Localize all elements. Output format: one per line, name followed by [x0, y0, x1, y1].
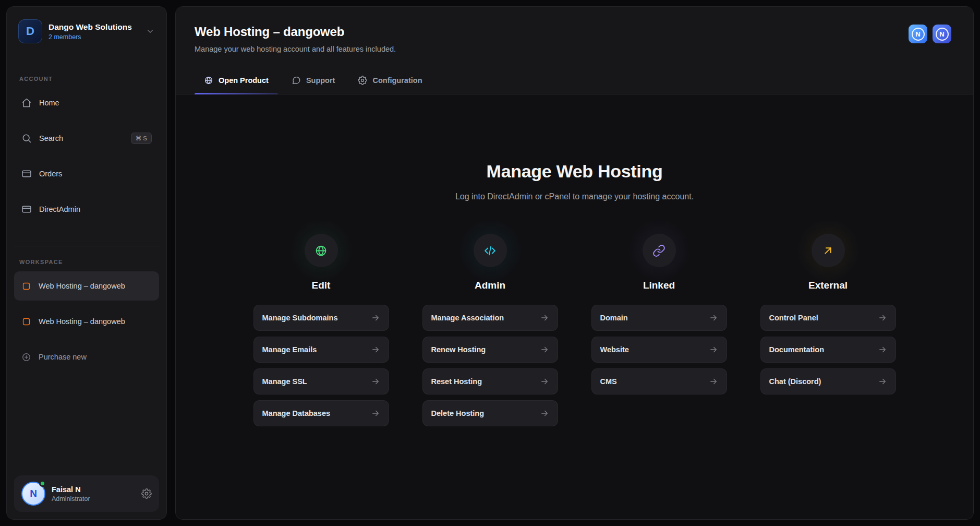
search-icon	[21, 133, 32, 144]
page-title: Web Hosting – dangoweb	[195, 25, 952, 39]
action-label: CMS	[600, 377, 617, 386]
workspace-logo: D	[18, 19, 42, 43]
link-icon	[643, 234, 676, 267]
column-linked: Linked Domain Website CMS	[591, 234, 727, 394]
column-title: External	[808, 280, 848, 291]
app-logo-letter: N	[912, 28, 925, 41]
globe-icon	[204, 76, 213, 85]
user-card[interactable]: N Faisal N Administrator	[14, 475, 159, 512]
workspace-members-count: 2 members	[49, 33, 132, 41]
arrow-right-icon	[371, 377, 380, 386]
renew-hosting-button[interactable]: Renew Hosting	[422, 337, 558, 363]
page-subtitle: Manage your web hosting account and all …	[195, 45, 952, 53]
main-panel: Web Hosting – dangoweb Manage your web h…	[175, 6, 974, 520]
product-square-icon	[21, 317, 31, 327]
action-label: Reset Hosting	[431, 377, 482, 386]
content-subheading: Log into DirectAdmin or cPanel to manage…	[176, 192, 973, 201]
arrow-right-icon	[540, 345, 549, 354]
manage-subdomains-button[interactable]: Manage Subdomains	[253, 305, 389, 331]
manage-ssl-button[interactable]: Manage SSL	[253, 368, 389, 394]
domain-button[interactable]: Domain	[591, 305, 727, 331]
code-icon	[474, 234, 507, 267]
search-shortcut-badge: ⌘ S	[131, 133, 152, 144]
action-label: Website	[600, 345, 629, 354]
manage-association-button[interactable]: Manage Association	[422, 305, 558, 331]
chevron-down-icon	[146, 27, 155, 36]
arrow-right-icon	[371, 409, 380, 418]
action-label: Documentation	[769, 345, 825, 354]
online-status-dot	[39, 480, 46, 487]
arrow-right-icon	[540, 313, 549, 322]
sidebar-item-label: Home	[39, 99, 59, 107]
workspace-logo-letter: D	[26, 25, 34, 38]
action-label: Manage SSL	[262, 377, 307, 386]
avatar-letter: N	[30, 488, 37, 499]
action-label: Domain	[600, 314, 628, 322]
user-name: Faisal N	[52, 485, 90, 494]
purchase-new-button[interactable]: Purchase new	[14, 342, 159, 372]
manage-emails-button[interactable]: Manage Emails	[253, 337, 389, 363]
action-label: Chat (Discord)	[769, 377, 821, 386]
tab-configuration[interactable]: Configuration	[348, 68, 431, 94]
sidebar-item-label: DirectAdmin	[39, 205, 80, 213]
sidebar: D Dango Web Solutions 2 members ACCOUNT …	[6, 6, 167, 520]
header-app-icons: N N	[909, 25, 951, 43]
purchase-new-label: Purchase new	[39, 353, 87, 361]
home-icon	[21, 98, 32, 108]
workspace-item-web-hosting-1[interactable]: Web Hosting – dangoweb	[14, 271, 159, 301]
cms-button[interactable]: CMS	[591, 368, 727, 394]
product-square-icon	[21, 281, 31, 291]
column-edit: Edit Manage Subdomains Manage Emails Man…	[253, 234, 389, 426]
delete-hosting-button[interactable]: Delete Hosting	[422, 400, 558, 426]
tab-support[interactable]: Support	[282, 68, 345, 94]
column-external: External Control Panel Documentation Cha…	[760, 234, 896, 394]
tab-label: Configuration	[372, 76, 422, 85]
workspace-section: WORKSPACE Web Hosting – dangoweb Web Hos…	[14, 246, 159, 378]
action-columns: Edit Manage Subdomains Manage Emails Man…	[176, 234, 973, 426]
column-title: Linked	[643, 280, 675, 291]
workspace-item-web-hosting-2[interactable]: Web Hosting – dangoweb	[14, 307, 159, 336]
sidebar-item-home[interactable]: Home	[14, 88, 159, 117]
website-button[interactable]: Website	[591, 337, 727, 363]
workspace-switcher[interactable]: D Dango Web Solutions 2 members	[14, 14, 159, 49]
tab-open-product[interactable]: Open Product	[195, 68, 278, 94]
gear-icon	[358, 76, 367, 85]
documentation-button[interactable]: Documentation	[760, 337, 896, 363]
action-label: Control Panel	[769, 314, 818, 322]
arrow-right-icon	[540, 409, 549, 418]
chat-discord-button[interactable]: Chat (Discord)	[760, 368, 896, 394]
globe-icon	[305, 234, 338, 267]
reset-hosting-button[interactable]: Reset Hosting	[422, 368, 558, 394]
workspace-item-label: Web Hosting – dangoweb	[39, 317, 125, 326]
control-panel-button[interactable]: Control Panel	[760, 305, 896, 331]
app-logo-icon[interactable]: N	[909, 25, 927, 43]
product-header: Web Hosting – dangoweb Manage your web h…	[176, 7, 973, 94]
sidebar-item-label: Orders	[39, 170, 62, 178]
workspace-name: Dango Web Solutions	[49, 22, 132, 32]
column-title: Admin	[475, 280, 505, 291]
arrow-right-icon	[371, 313, 380, 322]
app-logo-icon[interactable]: N	[933, 25, 951, 43]
app-logo-letter: N	[936, 28, 949, 41]
manage-databases-button[interactable]: Manage Databases	[253, 400, 389, 426]
arrow-right-icon	[878, 313, 887, 322]
sidebar-item-directadmin[interactable]: DirectAdmin	[14, 195, 159, 224]
content-heading: Manage Web Hosting	[176, 161, 973, 182]
arrow-right-icon	[709, 377, 718, 386]
tab-label: Support	[306, 76, 335, 85]
plus-circle-icon	[21, 352, 31, 362]
column-title: Edit	[312, 280, 331, 291]
arrow-right-icon	[709, 345, 718, 354]
column-admin: Admin Manage Association Renew Hosting R…	[422, 234, 558, 426]
arrow-right-icon	[878, 377, 887, 386]
manage-hosting-content: Manage Web Hosting Log into DirectAdmin …	[176, 94, 973, 519]
action-label: Manage Emails	[262, 345, 317, 354]
settings-gear-icon[interactable]	[141, 488, 152, 499]
sidebar-item-search[interactable]: Search ⌘ S	[14, 124, 159, 153]
avatar: N	[21, 482, 45, 506]
arrow-right-icon	[540, 377, 549, 386]
credit-card-icon	[21, 169, 32, 179]
sidebar-item-orders[interactable]: Orders	[14, 159, 159, 188]
sidebar-item-label: Search	[39, 134, 63, 142]
action-label: Delete Hosting	[431, 409, 485, 417]
